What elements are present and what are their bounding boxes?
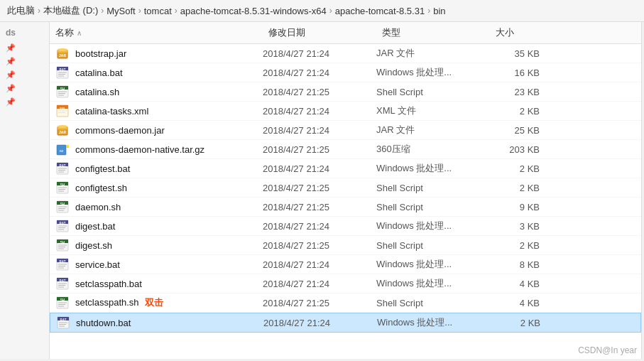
file-size-cell: 35 KB (490, 48, 547, 59)
svg-text:BAT: BAT (60, 279, 66, 283)
file-size-cell: 2 KB (490, 240, 547, 251)
bat-file-icon: BAT (50, 276, 75, 291)
file-date-cell: 2018/4/27 21:25 (263, 202, 376, 212)
svg-text:JAR: JAR (59, 130, 66, 134)
file-type-cell: JAR 文件 (376, 47, 490, 60)
sort-type[interactable]: 类型 (376, 23, 490, 42)
table-row[interactable]: GZ commons-daemon-native.tar.gz2018/4/27… (50, 140, 641, 159)
sh-file-icon: SH (50, 238, 75, 252)
file-date-cell: 2018/4/27 21:25 (263, 87, 376, 97)
file-date-cell: 2018/4/27 21:24 (263, 68, 376, 78)
sort-arrow-up: ∧ (77, 29, 82, 37)
file-name-cell: configtest.bat (75, 163, 263, 174)
file-size-cell: 8 KB (490, 259, 547, 270)
sidebar-pin-0[interactable]: 📌 (0, 42, 49, 54)
file-name-cell: catalina-tasks.xml (75, 106, 263, 117)
breadcrumb-drive[interactable]: 本地磁盘 (D:) (43, 4, 98, 17)
sidebar-label: ds (0, 25, 49, 41)
table-row[interactable]: SH catalina.sh2018/4/27 21:25Shell Scrip… (50, 82, 641, 102)
sidebar-pin-3[interactable]: 📌 (0, 82, 49, 95)
file-size-cell: 23 KB (490, 87, 547, 97)
breadcrumb-bin[interactable]: bin (433, 6, 445, 16)
file-date-cell: 2018/4/27 21:24 (263, 221, 376, 232)
table-row[interactable]: XML catalina-tasks.xml2018/4/27 21:24XML… (50, 102, 641, 121)
sidebar-pin-2[interactable]: 📌 (0, 69, 49, 81)
svg-text:SH: SH (60, 203, 65, 206)
sidebar: ds 📌 📌 📌 📌 📌 (0, 22, 50, 359)
sort-name[interactable]: 名称 ∧ (50, 23, 263, 42)
file-type-cell: Shell Script (376, 298, 490, 308)
svg-text:BAT: BAT (60, 68, 66, 72)
breadcrumb-sep-0: › (38, 6, 40, 16)
breadcrumb-tomcat[interactable]: tomcat (144, 6, 172, 16)
table-row[interactable]: SH setclasspath.sh双击2018/4/27 21:25Shell… (50, 293, 641, 313)
sort-size[interactable]: 大小 (490, 23, 547, 42)
file-date-cell: 2018/4/27 21:24 (263, 48, 376, 59)
svg-text:BAT: BAT (60, 222, 66, 225)
right-border (641, 22, 644, 359)
table-row[interactable]: JAR commons-daemon.jar2018/4/27 21:24JAR… (50, 121, 641, 140)
file-name-cell: configtest.sh (75, 183, 263, 193)
file-list[interactable]: JAR bootstrap.jar2018/4/27 21:24JAR 文件35… (50, 44, 641, 359)
sh-file-icon: SH (50, 85, 75, 99)
file-date-cell: 2018/4/27 21:24 (263, 259, 376, 270)
file-date-cell: 2018/4/27 21:24 (263, 125, 376, 136)
table-row[interactable]: SH daemon.sh2018/4/27 21:25Shell Script9… (50, 198, 641, 217)
table-row[interactable]: BAT configtest.bat2018/4/27 21:24Windows… (50, 159, 641, 178)
breadcrumb-sep-2: › (138, 6, 141, 16)
file-type-cell: Shell Script (376, 87, 490, 97)
svg-text:SH: SH (60, 183, 65, 187)
breadcrumb-apache[interactable]: apache-tomcat-8.5.31 (335, 6, 425, 16)
file-type-cell: Windows 批处理... (377, 316, 491, 329)
file-type-cell: XML 文件 (376, 104, 490, 117)
sh-file-icon: SH (50, 296, 75, 310)
bat-file-icon: BAT (50, 161, 75, 176)
file-size-cell: 2 KB (490, 183, 547, 193)
file-name-cell: catalina.bat (75, 68, 263, 78)
file-date-cell: 2018/4/27 21:25 (263, 183, 376, 193)
svg-text:SH: SH (60, 87, 65, 91)
main-container: ds 📌 📌 📌 📌 📌 名称 ∧ 修改日期 类型 大小 (0, 22, 644, 359)
svg-text:SH: SH (60, 241, 65, 244)
file-date-cell: 2018/4/27 21:24 (263, 279, 376, 289)
file-name-cell: service.bat (75, 259, 263, 270)
file-size-cell: 25 KB (490, 125, 547, 136)
file-size-cell: 3 KB (490, 221, 547, 232)
svg-text:JAR: JAR (59, 53, 66, 58)
jar-file-icon: JAR (50, 46, 75, 60)
table-row[interactable]: BAT setclasspath.bat2018/4/27 21:24Windo… (50, 274, 641, 293)
table-row[interactable]: BAT catalina.bat2018/4/27 21:24Windows 批… (50, 63, 641, 82)
svg-text:SH: SH (60, 298, 65, 302)
file-date-cell: 2018/4/27 21:25 (263, 240, 376, 251)
breadcrumb-apache-full[interactable]: apache-tomcat-8.5.31-windows-x64 (180, 6, 327, 16)
table-row[interactable]: SH digest.sh2018/4/27 21:25Shell Script2… (50, 236, 641, 255)
breadcrumb-computer[interactable]: 此电脑 (7, 4, 35, 17)
bat-file-icon: BAT (50, 65, 75, 80)
sort-date[interactable]: 修改日期 (263, 23, 376, 42)
table-row[interactable]: BAT digest.bat2018/4/27 21:24Windows 批处理… (50, 217, 641, 236)
gz-file-icon: GZ (50, 142, 75, 156)
file-name-cell: digest.bat (75, 221, 263, 232)
file-date-cell: 2018/4/27 21:24 (263, 106, 376, 117)
bat-file-icon: BAT (50, 257, 75, 271)
table-row[interactable]: BAT shutdown.bat2018/4/27 21:24Windows 批… (50, 313, 641, 333)
sidebar-pin-4[interactable]: 📌 (0, 96, 49, 108)
file-date-cell: 2018/4/27 21:25 (263, 144, 376, 155)
file-size-cell: 4 KB (490, 298, 547, 308)
file-date-cell: 2018/4/27 21:24 (263, 318, 377, 328)
file-name-cell: catalina.sh (75, 87, 263, 97)
file-size-cell: 203 KB (490, 144, 547, 155)
file-name-cell: setclasspath.bat (75, 279, 263, 289)
sidebar-pin-1[interactable]: 📌 (0, 55, 49, 68)
svg-text:BAT: BAT (60, 164, 66, 168)
xml-file-icon: XML (50, 104, 75, 118)
table-row[interactable]: SH configtest.sh2018/4/27 21:25Shell Scr… (50, 178, 641, 198)
file-date-cell: 2018/4/27 21:24 (263, 163, 376, 174)
sh-file-icon: SH (50, 200, 75, 214)
file-date-cell: 2018/4/27 21:25 (263, 298, 376, 308)
table-row[interactable]: BAT service.bat2018/4/27 21:24Windows 批处… (50, 255, 641, 274)
double-click-hint: 双击 (145, 297, 163, 308)
breadcrumb-mysoft[interactable]: MySoft (107, 6, 135, 16)
table-row[interactable]: JAR bootstrap.jar2018/4/27 21:24JAR 文件35… (50, 44, 641, 63)
file-size-cell: 4 KB (490, 279, 547, 289)
